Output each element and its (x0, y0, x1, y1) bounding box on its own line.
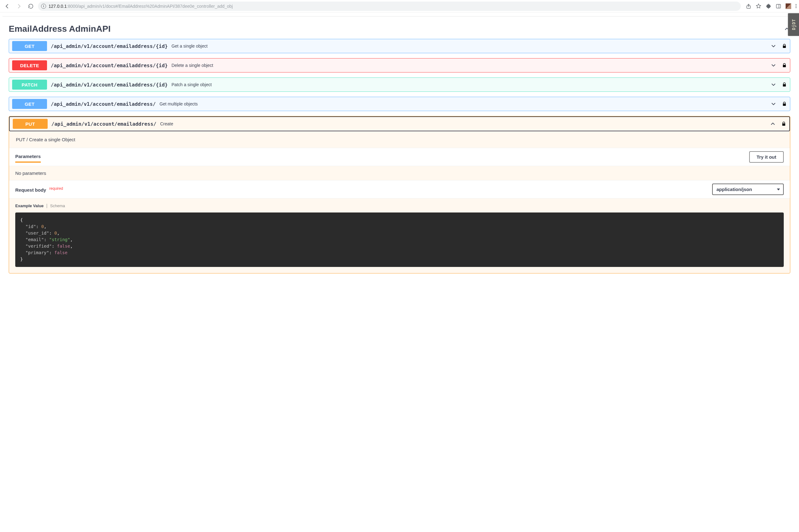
reload-button[interactable] (26, 2, 36, 11)
op-patch-single[interactable]: PATCH /api_admin/v1/account/emailaddress… (9, 77, 790, 92)
op-desc: Patch a single object (171, 82, 212, 87)
op-path: /api_admin/v1/account/emailaddress/ (51, 121, 156, 127)
op-summary[interactable]: GET /api_admin/v1/account/emailaddress/ … (9, 97, 790, 111)
try-it-out-button[interactable]: Try it out (749, 151, 784, 163)
op-path: /api_admin/v1/account/emailaddress/ (51, 101, 156, 107)
lock-icon[interactable] (782, 43, 787, 49)
op-get-list[interactable]: GET /api_admin/v1/account/emailaddress/ … (9, 97, 790, 111)
chevron-down-icon[interactable] (770, 43, 777, 50)
section-title: EmailAddress AdminAPI (9, 24, 111, 34)
method-badge-patch: PATCH (12, 80, 47, 90)
section-header[interactable]: EmailAddress AdminAPI (9, 24, 790, 34)
profile-avatar[interactable] (786, 3, 791, 9)
op-summary[interactable]: DELETE /api_admin/v1/account/emailaddres… (9, 58, 790, 72)
method-badge-get: GET (12, 41, 47, 51)
extensions-icon[interactable] (766, 3, 771, 9)
svg-rect-1 (776, 4, 781, 8)
op-summary[interactable]: PUT /api_admin/v1/account/emailaddress/ … (9, 116, 790, 131)
method-badge-delete: DELETE (12, 60, 47, 70)
djdt-label: DjDT (791, 19, 796, 30)
browser-menu-button[interactable] (796, 4, 797, 8)
site-info-icon[interactable]: i (41, 4, 46, 9)
bookmark-star-icon[interactable] (756, 3, 761, 9)
parameters-bar: Parameters Try it out (9, 148, 790, 166)
op-get-single[interactable]: GET /api_admin/v1/account/emailaddress/{… (9, 39, 790, 53)
no-parameters-text: No parameters (9, 166, 790, 180)
address-bar[interactable]: i 127.0.0.1:8000/api_admin/v1/docs#/Emai… (38, 2, 741, 11)
reload-icon (28, 3, 34, 9)
lock-icon[interactable] (782, 63, 787, 68)
op-path: /api_admin/v1/account/emailaddress/{id} (51, 82, 168, 88)
chevron-down-icon[interactable] (770, 100, 777, 107)
parameters-tab[interactable]: Parameters (15, 151, 41, 163)
address-bar-text: 127.0.0.1:8000/api_admin/v1/docs#/EmailA… (49, 4, 233, 9)
op-body: PUT / Create a single Object Parameters … (9, 131, 790, 267)
django-debug-toolbar-handle[interactable]: DjDT (788, 13, 799, 36)
op-path: /api_admin/v1/account/emailaddress/{id} (51, 43, 168, 49)
op-summary[interactable]: GET /api_admin/v1/account/emailaddress/{… (9, 39, 790, 53)
required-chip: required (49, 186, 63, 191)
op-put-create: PUT /api_admin/v1/account/emailaddress/ … (9, 116, 790, 273)
lock-icon[interactable] (782, 82, 787, 87)
forward-button[interactable] (14, 2, 24, 11)
divider (2, 16, 797, 17)
tab-example-value[interactable]: Example Value (15, 204, 43, 208)
api-docs-container: EmailAddress AdminAPI GET /api_admin/v1/… (0, 24, 799, 291)
op-desc: Delete a single object (171, 63, 213, 68)
chevron-down-icon[interactable] (770, 81, 777, 88)
tab-schema[interactable]: Schema (50, 204, 65, 208)
op-desc: Create (160, 121, 173, 126)
sidepanel-icon[interactable] (776, 3, 781, 9)
op-path: /api_admin/v1/account/emailaddress/{id} (51, 62, 168, 69)
op-delete-single[interactable]: DELETE /api_admin/v1/account/emailaddres… (9, 58, 790, 73)
browser-chrome: i 127.0.0.1:8000/api_admin/v1/docs#/Emai… (0, 0, 799, 13)
chevron-down-icon[interactable] (770, 62, 777, 69)
lock-icon[interactable] (782, 101, 787, 107)
method-badge-get: GET (12, 99, 47, 109)
op-summary[interactable]: PATCH /api_admin/v1/account/emailaddress… (9, 78, 790, 92)
back-button[interactable] (2, 2, 12, 11)
op-desc: Get multiple objects (159, 101, 198, 107)
request-body-bar: Request body required application/json (9, 180, 790, 198)
op-desc: Get a single object (171, 43, 208, 49)
share-icon[interactable] (746, 3, 751, 9)
lock-icon[interactable] (781, 121, 786, 126)
body-format-tabs: Example Value Schema (9, 198, 790, 211)
arrow-right-icon (16, 3, 22, 10)
chevron-up-icon[interactable] (769, 120, 776, 127)
method-badge-put: PUT (13, 119, 48, 129)
request-body-label: Request body required (15, 186, 63, 193)
arrow-left-icon (4, 3, 11, 10)
content-type-select[interactable]: application/json (712, 184, 784, 195)
browser-right-icons (746, 3, 797, 9)
op-full-description: PUT / Create a single Object (9, 131, 790, 148)
example-json-codeblock: { "id": 0, "user_id": 0, "email": "strin… (15, 212, 784, 267)
